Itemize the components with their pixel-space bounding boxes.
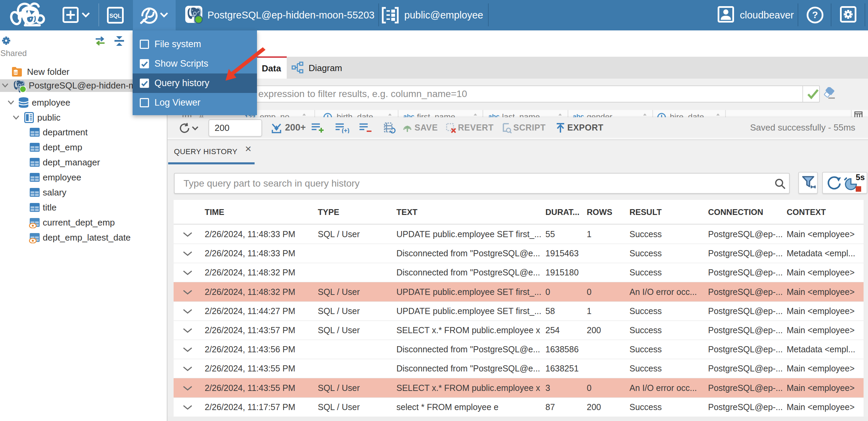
svg-text:?: ?: [812, 10, 818, 20]
svg-text:SQL: SQL: [109, 13, 121, 19]
svg-text:(+): (+): [342, 127, 350, 133]
